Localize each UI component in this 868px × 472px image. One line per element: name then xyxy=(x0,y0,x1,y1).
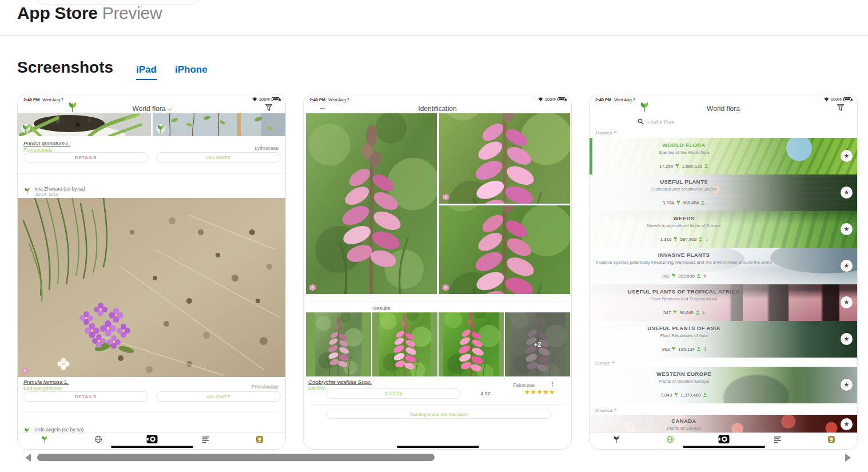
result-thumbnail[interactable] xyxy=(372,312,437,376)
flora-card-useful-plants[interactable]: USEFUL PLANTSCultivated and ornamental p… xyxy=(590,174,858,211)
battery-icon xyxy=(558,97,566,101)
reject-button[interactable]: Nothing looks like the plant xyxy=(327,410,551,419)
battery-percent: 100% xyxy=(259,97,270,102)
observation-author[interactable]: ima Zhanara (cc-by-sa) xyxy=(35,186,85,192)
species-leaf-icon xyxy=(676,200,681,205)
horizontal-scrollbar-thumb[interactable] xyxy=(37,454,435,461)
flora-card-tropical-africa[interactable]: USEFUL PLANTS OF TROPICAL AFRICAPlant Re… xyxy=(590,284,858,321)
screenshot-ipad-floras[interactable]: 2:40 PMWed Aug 7 ···· 100% World flora F… xyxy=(589,94,858,450)
screenshot-ipad-identification[interactable]: 2:40 PMWed Aug 7 ···· 100% ← Identificat… xyxy=(303,94,572,450)
info-icon[interactable]: i xyxy=(704,347,706,352)
info-icon[interactable]: i xyxy=(704,273,706,279)
favorite-star-badge[interactable]: ★ xyxy=(841,223,853,235)
chevron-up-icon xyxy=(614,408,618,412)
tab-feed-icon[interactable] xyxy=(612,435,620,443)
scroll-right-arrow[interactable] xyxy=(845,454,851,462)
observation-photo[interactable] xyxy=(153,113,286,136)
screenshot-ipad-feed[interactable]: 2:40 PMWed Aug 7 ···· 100% World flora xyxy=(17,94,286,450)
header-divider xyxy=(0,35,868,36)
status-bar: 2:40 PMWed Aug 7 ···· 100% xyxy=(590,96,857,103)
contributors-icon xyxy=(700,200,705,205)
favorite-star-badge[interactable]: ★ xyxy=(841,187,853,199)
search-input[interactable]: Find a flora xyxy=(647,119,675,125)
favorite-star-badge[interactable]: ★ xyxy=(841,333,853,345)
observation-photo[interactable] xyxy=(18,113,151,136)
observation-photo-large[interactable] xyxy=(18,198,286,377)
search-icon xyxy=(638,118,644,125)
identification-photo[interactable] xyxy=(439,205,570,294)
flora-card-western-europe[interactable]: WESTERN EUROPEPlants of Western Europe 7… xyxy=(590,367,858,403)
flora-card-canada[interactable]: CANADAPlants of Canada ★ xyxy=(590,415,858,434)
more-results-overlay: +2 xyxy=(505,312,570,376)
contributors-icon xyxy=(696,347,701,351)
species-leaf-icon xyxy=(671,346,676,352)
species-family: Fabaceae xyxy=(513,382,535,388)
tab-list-icon[interactable] xyxy=(202,435,210,443)
details-button[interactable]: DETAILS xyxy=(23,391,148,402)
plantnet-watermark-icon xyxy=(21,124,30,133)
species-leaf-icon xyxy=(673,236,678,242)
flora-card-world-flora[interactable]: WORLD FLORASpecies of the World flora 17… xyxy=(590,138,858,174)
result-thumbnail-more[interactable]: +2 xyxy=(505,312,570,376)
chevron-down-icon xyxy=(168,107,172,111)
brand-bold: App Store xyxy=(17,3,98,22)
tab-profile-icon[interactable] xyxy=(256,435,264,443)
flora-card-asia[interactable]: USEFUL PLANTS OF ASIAPlant Resources of … xyxy=(590,321,858,358)
section-label-america[interactable]: America xyxy=(595,408,616,413)
tab-iphone[interactable]: iPhone xyxy=(175,64,208,76)
score-value: 4.97 xyxy=(473,391,498,396)
tab-list-icon[interactable] xyxy=(774,435,782,443)
flora-title: WORLD FLORA xyxy=(590,142,778,148)
species-family: Primulaceae xyxy=(252,384,278,390)
filter-icon[interactable] xyxy=(265,104,273,112)
species-family: Lythraceae xyxy=(254,145,278,151)
home-indicator xyxy=(683,446,765,448)
author-leaf-icon xyxy=(23,187,31,195)
flora-card-weeds[interactable]: WEEDSWeeds in agricultural fields of Eur… xyxy=(590,211,858,248)
tab-floras-globe-icon[interactable] xyxy=(666,435,674,443)
tab-floras-globe-icon[interactable] xyxy=(94,435,102,443)
app-store-preview-page: App Store Preview Screenshots iPad iPhon… xyxy=(0,0,868,472)
favorite-star-badge[interactable]: ★ xyxy=(841,150,853,162)
species-name[interactable]: Primula farinosa L. xyxy=(23,379,69,385)
confirm-button[interactable]: Confirm xyxy=(327,388,461,399)
result-thumbnail[interactable] xyxy=(439,312,504,376)
result-thumbnail[interactable] xyxy=(306,312,371,376)
section-label-europe[interactable]: Europe xyxy=(595,360,615,366)
identification-photo[interactable] xyxy=(439,113,570,204)
favorite-star-badge[interactable]: ★ xyxy=(841,260,853,272)
chevron-up-icon xyxy=(614,131,617,134)
validate-button[interactable]: VALIDATE xyxy=(156,152,281,162)
scroll-left-arrow[interactable] xyxy=(25,454,31,462)
favorite-star-badge[interactable]: ★ xyxy=(841,418,853,430)
tab-ipad[interactable]: iPad xyxy=(136,64,157,76)
more-menu-icon[interactable]: ⋮ xyxy=(550,380,555,387)
flora-card-invasive-plants[interactable]: INVASIVE PLANTSInvasive species potentia… xyxy=(590,248,858,284)
flower-badge-icon xyxy=(442,193,449,201)
identification-photo[interactable] xyxy=(306,113,437,294)
section-label-themes[interactable]: Themes xyxy=(595,130,616,136)
info-icon[interactable]: i xyxy=(706,237,707,242)
twigs-photo-right xyxy=(153,113,286,136)
favorite-star-badge[interactable]: ★ xyxy=(841,379,853,391)
details-button[interactable]: DETAILS xyxy=(23,152,148,162)
tab-camera-icon[interactable] xyxy=(718,434,730,444)
info-icon[interactable]: i xyxy=(703,310,704,315)
tab-profile-icon[interactable] xyxy=(827,435,835,443)
tab-camera-icon[interactable] xyxy=(146,434,158,444)
succulent-photo-left xyxy=(18,113,151,136)
screen-title: World flora xyxy=(590,105,857,113)
flower-badge-icon xyxy=(21,367,29,374)
screen-title: Identification xyxy=(304,105,571,113)
observation-author[interactable]: ciclo angelo (cc-by-sa) xyxy=(35,427,83,433)
contributors-icon xyxy=(704,164,708,168)
species-name[interactable]: Onobrychis viciifolia Scop. xyxy=(308,379,372,385)
project-selector[interactable]: World flora xyxy=(18,105,285,113)
tab-feed-icon[interactable] xyxy=(41,435,49,443)
filter-icon[interactable] xyxy=(837,104,845,112)
species-name[interactable]: Punica granatum L. xyxy=(23,140,70,146)
home-indicator xyxy=(397,446,479,448)
validate-button[interactable]: VALIDATE xyxy=(156,391,281,402)
favorite-star-badge[interactable]: ★ xyxy=(841,296,853,308)
brand-suffix: Preview xyxy=(102,3,162,22)
